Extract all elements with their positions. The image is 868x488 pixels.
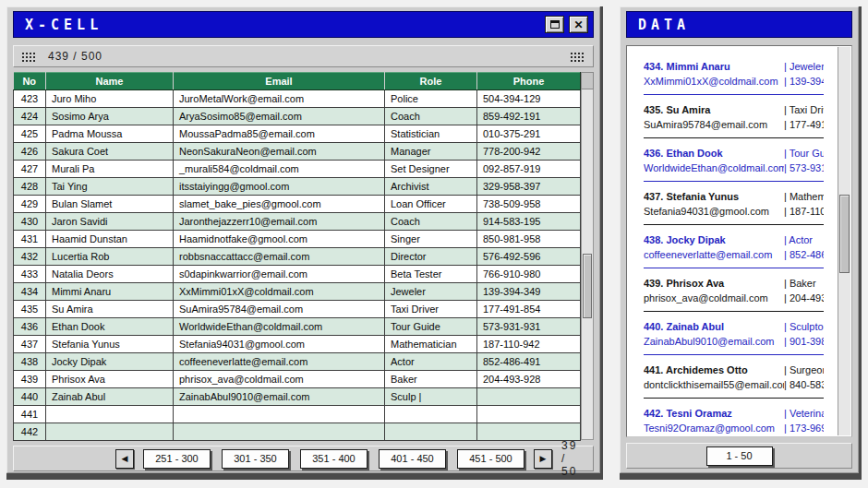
column-header-no[interactable]: No (14, 73, 46, 90)
name-cell[interactable]: Juro Miho (46, 90, 174, 108)
drag-handle-icon[interactable] (570, 52, 585, 62)
phone-cell[interactable]: 204-493-928 (477, 371, 581, 388)
email-cell[interactable]: WorldwideEthan@coldmail.com (174, 318, 385, 336)
name-cell[interactable]: Mimmi Anaru (46, 283, 174, 301)
data-entry[interactable]: 440. Zainab Abul| SculptorZainabAbul9010… (644, 319, 824, 355)
row-number-cell[interactable]: 434 (14, 283, 46, 301)
role-cell[interactable]: Tour Guide (385, 318, 477, 336)
role-cell[interactable]: Singer (385, 231, 477, 248)
name-cell[interactable]: Jocky Dipak (46, 353, 174, 371)
role-cell[interactable]: Sculp | (385, 388, 477, 406)
phone-cell[interactable]: 850-981-958 (477, 231, 581, 248)
phone-cell[interactable]: 010-375-291 (477, 125, 581, 143)
phone-cell[interactable]: 738-509-958 (477, 196, 581, 213)
role-cell[interactable]: Loan Officer (385, 196, 477, 213)
phone-cell[interactable]: 139-394-349 (477, 283, 581, 301)
name-cell[interactable]: Tai Ying (46, 178, 174, 196)
role-cell[interactable]: Baker (385, 371, 477, 388)
phone-cell[interactable] (477, 388, 581, 406)
phone-cell[interactable]: 187-110-942 (477, 336, 581, 353)
row-number-cell[interactable]: 432 (14, 248, 46, 266)
page-range-button[interactable]: 351 - 400 (300, 449, 368, 469)
name-cell[interactable]: Jaron Savidi (46, 213, 174, 231)
page-range-button[interactable]: 251 - 300 (143, 449, 211, 469)
email-cell[interactable]: NeonSakuraNeon@email.com (174, 143, 385, 161)
role-cell[interactable]: Police (385, 90, 477, 108)
email-cell[interactable]: s0dapinkwarrior@email.com (174, 266, 385, 283)
email-cell[interactable]: JuroMetalWork@email.com (174, 90, 385, 108)
range-button[interactable]: 1 - 50 (706, 446, 773, 466)
scrollbar-track[interactable] (581, 89, 594, 440)
phone-cell[interactable]: 859-492-191 (477, 108, 581, 125)
phone-cell[interactable]: 573-931-931 (477, 318, 581, 336)
data-entry[interactable]: 441. Archidemes Otto| Surgeondontclickth… (644, 363, 824, 399)
role-cell[interactable] (385, 406, 477, 423)
email-cell[interactable]: MoussaPadma85@email.com (174, 125, 385, 143)
role-cell[interactable]: Mathematician (385, 336, 477, 353)
role-cell[interactable]: Coach (385, 213, 477, 231)
page-range-button[interactable]: 401 - 450 (379, 449, 446, 469)
phone-cell[interactable]: 504-394-129 (477, 90, 581, 108)
email-cell[interactable]: AryaSosimo85@email.com (174, 108, 385, 125)
email-cell[interactable] (174, 406, 385, 423)
role-cell[interactable]: Statistician (385, 125, 477, 143)
email-cell[interactable]: coffeeneverlatte@email.com (174, 353, 385, 371)
name-cell[interactable] (46, 423, 174, 441)
email-cell[interactable]: itsstaiyingg@gmool.com (174, 178, 385, 196)
row-number-cell[interactable]: 442 (14, 423, 46, 441)
name-cell[interactable]: Sakura Coet (46, 143, 174, 161)
data-entry[interactable]: 437. Stefania Yunus| MathematicianStefan… (644, 189, 824, 225)
name-cell[interactable]: Stefania Yunus (46, 336, 174, 353)
phone-cell[interactable]: 177-491-854 (477, 301, 581, 318)
phone-cell[interactable]: 852-486-491 (477, 353, 581, 371)
role-cell[interactable] (385, 423, 477, 441)
role-cell[interactable]: Beta Tester (385, 266, 477, 283)
name-cell[interactable]: Phrisox Ava (46, 371, 174, 388)
email-cell[interactable]: XxMimmi01xX@coldmail.com (174, 283, 385, 301)
email-cell[interactable]: slamet_bake_pies@gmool.com (174, 196, 385, 213)
role-cell[interactable]: Coach (385, 108, 477, 125)
name-cell[interactable]: Su Amira (46, 301, 174, 318)
row-number-cell[interactable]: 430 (14, 213, 46, 231)
email-cell[interactable]: Stefania94031@gmool.com (174, 336, 385, 353)
row-number-cell[interactable]: 424 (14, 108, 46, 125)
row-number-cell[interactable]: 433 (14, 266, 46, 283)
row-number-cell[interactable]: 439 (14, 371, 46, 388)
email-cell[interactable]: Haamidnotfake@gmool.com (174, 231, 385, 248)
data-entry[interactable]: 434. Mimmi Anaru| JewelerXxMimmi01xX@col… (644, 59, 824, 95)
email-cell[interactable] (174, 423, 385, 441)
row-number-cell[interactable]: 437 (14, 336, 46, 353)
data-entry[interactable]: 436. Ethan Dook| Tour GuideWorldwideEtha… (644, 146, 824, 182)
row-number-cell[interactable]: 440 (14, 388, 46, 406)
email-cell[interactable]: ZainabAbul9010@email.com (174, 388, 385, 406)
row-number-cell[interactable]: 423 (14, 90, 46, 108)
email-cell[interactable]: phrisox_ava@coldmail.com (174, 371, 385, 388)
row-number-cell[interactable]: 429 (14, 196, 46, 213)
name-cell[interactable]: Ethan Dook (46, 318, 174, 336)
page-range-button[interactable]: 451 - 500 (457, 449, 524, 469)
row-number-cell[interactable]: 431 (14, 231, 46, 248)
data-entry[interactable]: 439. Phrisox Ava| Bakerphrisox_ava@coldm… (644, 276, 824, 312)
phone-cell[interactable]: 329-958-397 (477, 178, 581, 196)
scrollbar-thumb[interactable] (583, 254, 592, 318)
phone-cell[interactable]: 778-200-942 (477, 143, 581, 161)
role-cell[interactable]: Director (385, 248, 477, 266)
column-header-email[interactable]: Email (174, 73, 385, 90)
phone-cell[interactable]: 914-583-195 (477, 213, 581, 231)
role-cell[interactable]: Taxi Driver (385, 301, 477, 318)
name-cell[interactable]: Sosimo Arya (46, 108, 174, 125)
column-header-phone[interactable]: Phone (477, 73, 581, 90)
xcell-titlebar[interactable]: X-CELL ✕ (13, 11, 594, 38)
column-header-name[interactable]: Name (46, 73, 174, 90)
phone-cell[interactable] (477, 406, 581, 423)
role-cell[interactable]: Set Designer (385, 161, 477, 178)
drag-handle-icon[interactable] (21, 52, 37, 62)
data-titlebar[interactable]: DATA (626, 11, 852, 38)
row-number-cell[interactable]: 436 (14, 318, 46, 336)
row-number-cell[interactable]: 428 (14, 178, 46, 196)
name-cell[interactable]: Haamid Dunstan (46, 231, 174, 248)
name-cell[interactable]: Zainab Abul (46, 388, 174, 406)
data-entry[interactable]: 442. Tesni Oramaz| VeterinaryTesni92Oram… (644, 406, 824, 437)
phone-cell[interactable]: 766-910-980 (477, 266, 581, 283)
name-cell[interactable]: Murali Pa (46, 161, 174, 178)
